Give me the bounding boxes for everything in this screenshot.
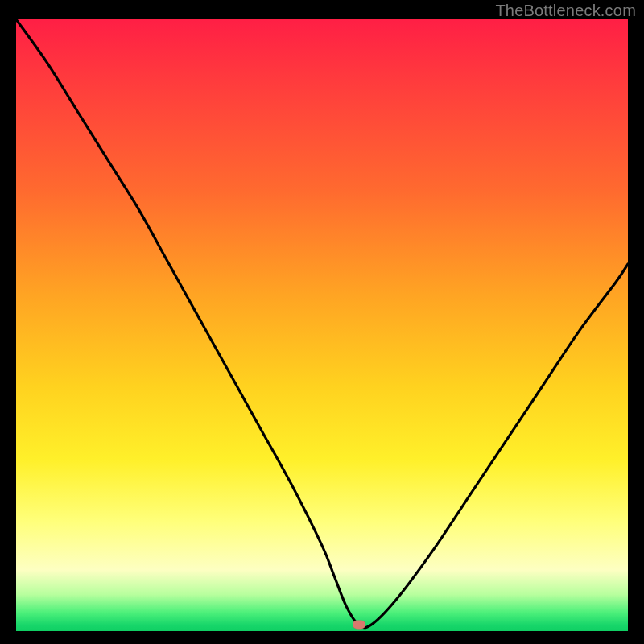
bottleneck-curve bbox=[16, 19, 628, 631]
optimal-point-marker bbox=[353, 621, 365, 630]
chart-frame: TheBottleneck.com bbox=[0, 0, 644, 644]
plot-area bbox=[16, 19, 628, 631]
site-watermark: TheBottleneck.com bbox=[495, 2, 636, 20]
